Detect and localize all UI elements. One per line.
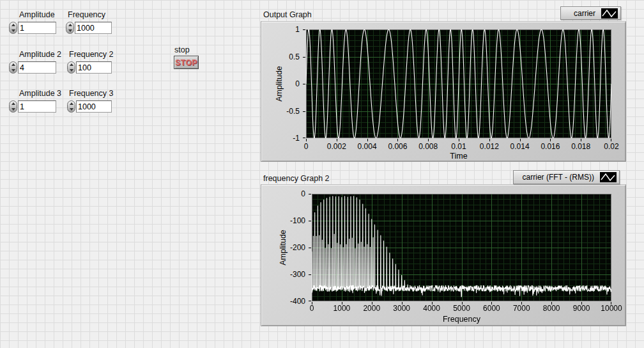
x-tick-label: 0.002 bbox=[327, 142, 346, 151]
y-tick-label: 0 bbox=[295, 79, 300, 88]
frequency-graph-y-axis-label: Amplitude bbox=[278, 194, 288, 301]
output-graph-panel: 10.50-0.5-1 00.0020.0040.0060.0080.010.0… bbox=[261, 21, 626, 162]
output-graph-x-axis-label: Time bbox=[306, 152, 611, 161]
stop-button-text: STOP bbox=[175, 58, 197, 67]
x-tick-label: 0.008 bbox=[418, 142, 438, 151]
frequency-graph-legend[interactable]: carrier (FFT - (RMS)) bbox=[513, 170, 620, 184]
amplitude3-input[interactable] bbox=[18, 100, 56, 113]
increment-icon[interactable] bbox=[12, 24, 15, 26]
amplitude2-input[interactable] bbox=[18, 61, 56, 74]
x-tick-label: 9000 bbox=[573, 304, 590, 313]
frequency3-control bbox=[67, 100, 112, 113]
frequency-graph-x-axis-label: Frequency bbox=[312, 315, 611, 324]
frequency-input[interactable] bbox=[75, 22, 112, 34]
frequency3-spinner[interactable] bbox=[67, 100, 75, 113]
frequency2-label: Frequency 2 bbox=[69, 50, 113, 59]
amplitude2-label: Amplitude 2 bbox=[19, 50, 61, 59]
output-graph-x-axis: 00.0020.0040.0060.0080.010.0120.0140.016… bbox=[306, 142, 611, 150]
y-tick-label: 0 bbox=[301, 189, 305, 198]
output-graph-plot[interactable] bbox=[302, 29, 611, 142]
frequency2-spinner[interactable] bbox=[67, 61, 75, 74]
x-tick-label: 7000 bbox=[513, 304, 530, 313]
x-tick-label: 0.012 bbox=[480, 142, 499, 151]
frequency3-label: Frequency 3 bbox=[69, 89, 113, 98]
frequency3-input[interactable] bbox=[76, 100, 112, 113]
amplitude-input[interactable] bbox=[18, 22, 56, 34]
output-graph-y-axis-label: Amplitude bbox=[274, 29, 284, 138]
amplitude-label: Amplitude bbox=[19, 10, 55, 19]
x-tick-label: 1000 bbox=[334, 304, 351, 313]
y-tick-label: -1 bbox=[293, 134, 300, 143]
amplitude2-spinner[interactable] bbox=[9, 61, 17, 74]
x-tick-label: 0 bbox=[304, 142, 309, 151]
y-tick-label: -100 bbox=[290, 216, 305, 225]
x-tick-label: 0.006 bbox=[388, 142, 407, 151]
frequency-label: Frequency bbox=[68, 10, 105, 19]
x-tick-label: 0.02 bbox=[604, 142, 618, 151]
stop-label: stop bbox=[174, 45, 190, 54]
frequency-graph-panel: 0-100-200-300-400 0100020003000400050006… bbox=[261, 184, 626, 326]
amplitude-control bbox=[9, 22, 56, 34]
y-tick-label: -0.5 bbox=[286, 107, 300, 116]
y-tick-label: -400 bbox=[290, 297, 305, 306]
increment-icon[interactable] bbox=[12, 63, 15, 66]
labview-front-panel: Amplitude Frequency Amplitude 2 Frequenc… bbox=[0, 0, 644, 348]
amplitude-spinner[interactable] bbox=[9, 22, 17, 34]
y-tick-label: 1 bbox=[295, 25, 300, 34]
x-tick-label: 6000 bbox=[483, 304, 500, 313]
increment-icon[interactable] bbox=[70, 102, 73, 105]
decrement-icon[interactable] bbox=[12, 108, 15, 111]
decrement-icon[interactable] bbox=[12, 29, 15, 32]
x-tick-label: 0.018 bbox=[571, 142, 590, 151]
x-tick-label: 10000 bbox=[601, 304, 622, 313]
amplitude3-control bbox=[9, 100, 56, 113]
decrement-icon[interactable] bbox=[70, 108, 73, 111]
y-tick-label: 0.5 bbox=[289, 52, 300, 61]
amplitude3-spinner[interactable] bbox=[9, 100, 17, 113]
waveform-icon bbox=[600, 172, 617, 182]
x-tick-label: 0.004 bbox=[358, 142, 377, 151]
x-tick-label: 3000 bbox=[393, 304, 410, 313]
frequency-control bbox=[66, 22, 112, 34]
x-tick-label: 8000 bbox=[543, 304, 560, 313]
frequency-graph-title: frequency Graph 2 bbox=[263, 174, 330, 183]
increment-icon[interactable] bbox=[12, 102, 15, 105]
legend-plot-name: carrier bbox=[574, 9, 595, 18]
output-graph-title: Output Graph bbox=[263, 10, 312, 19]
frequency-spinner[interactable] bbox=[66, 22, 74, 34]
stop-button[interactable]: STOP bbox=[174, 56, 199, 69]
x-tick-label: 0.016 bbox=[540, 142, 560, 151]
y-tick-label: -300 bbox=[290, 270, 305, 279]
frequency2-input[interactable] bbox=[76, 61, 112, 74]
y-tick-label: -200 bbox=[290, 243, 305, 252]
increment-icon[interactable] bbox=[68, 24, 72, 26]
legend-plot-name: carrier (FFT - (RMS)) bbox=[523, 173, 594, 182]
amplitude3-label: Amplitude 3 bbox=[19, 89, 61, 98]
output-graph-legend[interactable]: carrier bbox=[560, 6, 621, 20]
amplitude2-control bbox=[9, 61, 56, 74]
decrement-icon[interactable] bbox=[68, 29, 72, 32]
decrement-icon[interactable] bbox=[70, 69, 73, 72]
increment-icon[interactable] bbox=[70, 63, 73, 66]
x-tick-label: 0 bbox=[310, 304, 314, 313]
x-tick-label: 4000 bbox=[423, 304, 440, 313]
frequency2-control bbox=[67, 61, 112, 74]
x-tick-label: 0.014 bbox=[510, 142, 530, 151]
waveform-icon bbox=[601, 8, 618, 19]
frequency-graph-x-axis: 0100020003000400050006000700080009000100… bbox=[312, 304, 611, 312]
frequency-graph-plot[interactable] bbox=[308, 194, 611, 305]
x-tick-label: 5000 bbox=[453, 304, 470, 313]
x-tick-label: 2000 bbox=[363, 304, 380, 313]
decrement-icon[interactable] bbox=[12, 69, 15, 72]
x-tick-label: 0.01 bbox=[451, 142, 466, 151]
